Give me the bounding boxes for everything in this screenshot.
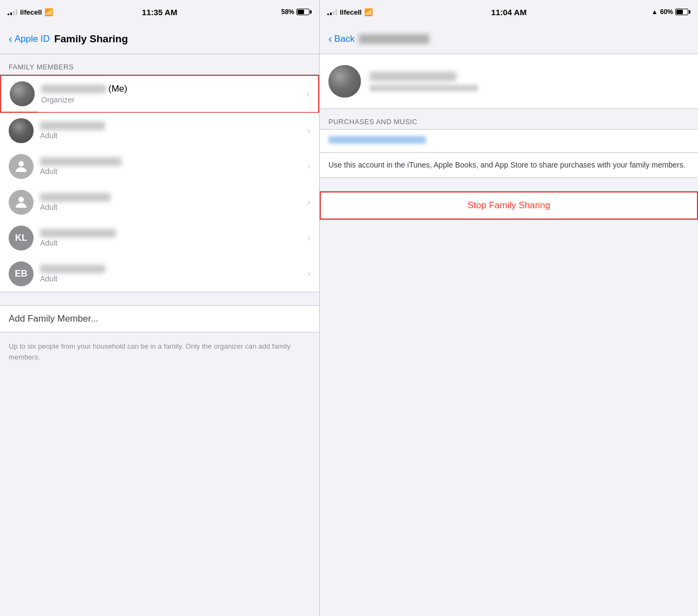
purchases-email-blurred <box>328 136 426 144</box>
member-name: (Me) <box>41 84 306 94</box>
stop-family-sharing-button[interactable]: Stop Family Sharing <box>320 191 698 220</box>
status-bar-left: lifecell 📶 11:35 AM 58% <box>0 0 319 24</box>
avatar <box>9 190 34 215</box>
member-role: Adult <box>40 239 307 247</box>
member-name-blurred <box>41 85 106 93</box>
svg-point-0 <box>18 161 24 166</box>
avatar-initials: EB <box>15 268 28 279</box>
carrier-left: lifecell <box>20 8 42 16</box>
person-silhouette-icon <box>9 154 34 179</box>
list-item[interactable]: EB Adult › <box>0 256 319 292</box>
avatar <box>9 154 34 179</box>
purchases-description: Use this account in the iTunes, Apple Bo… <box>320 153 698 177</box>
member-info: Adult <box>40 121 307 140</box>
left-panel: lifecell 📶 11:35 AM 58% ‹ Apple ID Famil… <box>0 0 320 616</box>
nav-bar-right: ‹ Back <box>320 24 698 54</box>
chevron-right-icon: › <box>307 125 311 136</box>
member-name <box>40 229 307 238</box>
signal-bars-left <box>8 9 17 15</box>
member-name-blurred <box>40 265 105 273</box>
left-status-left: lifecell 📶 <box>8 8 53 16</box>
member-info: Adult <box>40 157 307 176</box>
nav-bar-left: ‹ Apple ID Family Sharing <box>0 24 319 54</box>
right-nav-title-blurred <box>359 34 429 44</box>
stop-family-sharing-section: Stop Family Sharing <box>320 191 698 220</box>
back-label-left: Apple ID <box>15 34 50 44</box>
right-status-right: ▲ 60% <box>651 8 690 16</box>
purchases-email-row <box>320 130 698 153</box>
avatar <box>9 118 34 143</box>
signal-bars-right <box>327 9 337 15</box>
member-name <box>40 121 307 130</box>
status-bar-right: lifecell 📶 11:04 AM ▲ 60% <box>320 0 698 24</box>
chevron-right-icon: › <box>307 161 311 172</box>
member-info: Adult <box>40 229 307 247</box>
left-nav-title: Family Sharing <box>54 33 128 45</box>
avatar: EB <box>9 261 34 286</box>
member-name-blurred <box>40 193 111 202</box>
list-item[interactable]: Adult › <box>0 184 319 220</box>
user-detail-header <box>320 54 698 109</box>
member-name-blurred <box>40 157 121 166</box>
purchases-section-header: PURCHASES AND MUSIC <box>320 109 698 129</box>
person-silhouette-icon <box>9 190 34 215</box>
detail-name-blurred <box>370 72 456 81</box>
member-role: Adult <box>40 203 307 211</box>
family-members-list: (Me) Organizer › Adult › <box>0 74 319 292</box>
chevron-left-icon: ‹ <box>9 33 12 45</box>
member-role: Adult <box>40 131 307 140</box>
chevron-right-icon: › <box>307 233 311 243</box>
member-info: (Me) Organizer <box>41 84 306 104</box>
footer-note: Up to six people from your household can… <box>0 332 319 371</box>
family-members-section-header: FAMILY MEMBERS <box>0 54 319 74</box>
list-item[interactable]: KL Adult › <box>0 220 319 256</box>
me-tag: (Me) <box>108 84 127 94</box>
member-name-blurred <box>40 121 105 130</box>
time-right: 11:04 AM <box>491 8 526 17</box>
right-panel: lifecell 📶 11:04 AM ▲ 60% ‹ Back <box>320 0 698 616</box>
carrier-right: lifecell <box>340 8 361 16</box>
list-item[interactable]: Adult › <box>0 149 319 184</box>
left-status-right: lifecell 📶 <box>327 8 373 16</box>
chevron-right-icon: › <box>307 197 311 208</box>
battery-icon-right <box>675 9 690 15</box>
battery-icon-left <box>296 9 312 15</box>
wifi-icon-right: 📶 <box>364 8 373 16</box>
svg-point-1 <box>18 197 24 202</box>
member-role: Adult <box>40 274 307 283</box>
detail-avatar <box>328 65 361 98</box>
purchases-list: Use this account in the iTunes, Apple Bo… <box>320 129 698 178</box>
member-info: Adult <box>40 265 307 283</box>
avatar-initials: KL <box>15 233 28 243</box>
detail-email-blurred <box>370 85 478 92</box>
list-item[interactable]: (Me) Organizer › <box>0 75 319 113</box>
chevron-right-icon: › <box>307 268 311 279</box>
battery-percent-right: 60% <box>660 8 673 16</box>
member-role: Adult <box>40 167 307 176</box>
back-button-left[interactable]: ‹ Apple ID <box>9 33 50 45</box>
back-button-right[interactable]: ‹ Back <box>328 33 354 45</box>
list-item[interactable]: Adult › <box>0 113 319 149</box>
chevron-right-icon: › <box>306 88 309 99</box>
time-left: 11:35 AM <box>142 8 177 17</box>
member-info: Adult <box>40 193 307 211</box>
back-label-right: Back <box>334 34 355 44</box>
member-name <box>40 157 307 166</box>
member-name <box>40 265 307 273</box>
detail-name-block <box>370 72 478 92</box>
member-role: Organizer <box>41 95 306 104</box>
avatar: KL <box>9 226 34 251</box>
avatar <box>10 81 35 106</box>
battery-percent-left: 58% <box>281 8 294 16</box>
member-name <box>40 193 307 202</box>
location-icon: ▲ <box>651 8 658 16</box>
add-family-member-button[interactable]: Add Family Member... <box>0 305 319 332</box>
chevron-left-icon-right: ‹ <box>328 33 332 45</box>
member-name-blurred <box>40 229 116 238</box>
right-status-left: 58% <box>281 8 312 16</box>
wifi-icon-left: 📶 <box>44 8 53 16</box>
